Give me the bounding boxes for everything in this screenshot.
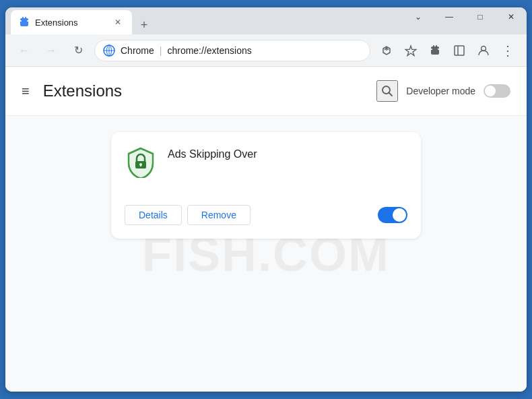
- reload-button[interactable]: ↻: [67, 40, 89, 61]
- svg-line-8: [389, 93, 393, 96]
- extension-name: Ads Skipping Over: [168, 148, 257, 160]
- svg-rect-4: [455, 46, 464, 55]
- extensions-page: ≡ Extensions Developer mode: [5, 67, 527, 392]
- tab-close-btn[interactable]: ✕: [112, 16, 124, 28]
- extensions-content: FISH.COM: [5, 116, 527, 392]
- search-button[interactable]: [376, 80, 398, 102]
- extension-card-top: Ads Skipping Over: [125, 146, 407, 178]
- bookmark-button[interactable]: [400, 40, 422, 61]
- forward-button[interactable]: →: [40, 40, 62, 61]
- search-icon: [380, 84, 394, 98]
- window-controls: ⌄ — □ ✕: [403, 7, 527, 26]
- profile-button[interactable]: [473, 40, 494, 61]
- address-divider: |: [160, 45, 162, 56]
- sidebar-icon: [453, 44, 465, 57]
- extension-card-buttons: Details Remove: [125, 205, 251, 225]
- toggle-thumb: [485, 86, 496, 96]
- tab-title: Extensions: [35, 18, 106, 28]
- extensions-header: ≡ Extensions Developer mode: [5, 67, 527, 116]
- browser-window: Extensions ✕ + ⌄ — □ ✕ ← → ↻ Chrome | ch…: [5, 7, 527, 392]
- svg-rect-11: [140, 164, 141, 166]
- back-button[interactable]: ←: [13, 40, 35, 61]
- extensions-button[interactable]: [424, 40, 446, 61]
- puzzle-icon: [429, 44, 441, 57]
- close-button[interactable]: ✕: [496, 7, 527, 26]
- developer-mode-label: Developer mode: [406, 86, 475, 96]
- details-button[interactable]: Details: [125, 205, 182, 225]
- extensions-header-left: ≡ Extensions: [22, 82, 122, 100]
- star-icon: [405, 44, 417, 57]
- page-title: Extensions: [43, 82, 122, 100]
- sidebar-button[interactable]: [448, 40, 470, 61]
- menu-dots-icon: ⋮: [501, 44, 514, 57]
- site-name: Chrome: [121, 45, 154, 56]
- site-security-icon: [103, 44, 115, 57]
- extension-card: Ads Skipping Over Details Remove: [111, 132, 421, 239]
- developer-mode-toggle[interactable]: [484, 84, 510, 98]
- profile-icon: [477, 44, 490, 57]
- minimize-button[interactable]: —: [434, 7, 465, 26]
- extension-enabled-toggle[interactable]: [378, 207, 407, 223]
- share-icon: [380, 44, 393, 57]
- remove-button[interactable]: Remove: [187, 205, 251, 225]
- page-content: ≡ Extensions Developer mode: [5, 67, 527, 392]
- address-url: chrome://extensions: [167, 45, 251, 56]
- address-bar[interactable]: Chrome | chrome://extensions: [94, 40, 370, 61]
- title-bar: Extensions ✕ + ⌄ — □ ✕: [5, 7, 527, 34]
- tab-favicon-icon: [19, 17, 30, 28]
- extension-card-bottom: Details Remove: [125, 205, 407, 225]
- extension-icon: [125, 146, 157, 178]
- toggle-enabled-thumb: [393, 208, 406, 222]
- active-tab[interactable]: Extensions ✕: [11, 10, 132, 34]
- maximize-button[interactable]: □: [465, 7, 496, 26]
- new-tab-button[interactable]: +: [135, 16, 154, 34]
- toolbar: ← → ↻ Chrome | chrome://extensions: [5, 34, 527, 67]
- toolbar-actions: ⋮: [376, 40, 519, 61]
- chevron-btn[interactable]: ⌄: [403, 7, 434, 26]
- share-button[interactable]: [376, 40, 397, 61]
- hamburger-menu-button[interactable]: ≡: [22, 84, 30, 99]
- menu-button[interactable]: ⋮: [497, 40, 519, 61]
- extensions-header-right: Developer mode: [376, 80, 510, 102]
